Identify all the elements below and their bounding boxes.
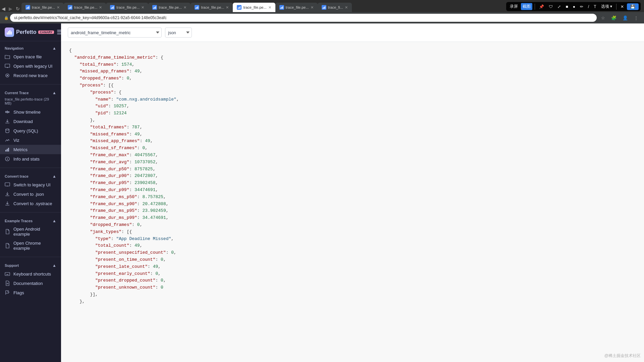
tab-close-1[interactable]: ✕ [57,5,60,10]
metric-selector[interactable]: android_frame_timeline_metricandroid_bat… [68,27,162,38]
browser-tab-8[interactable]: trace_fi... ✕ [318,3,352,12]
file-icon-android [5,229,10,234]
sidebar-label-convert-json: Convert to .json [13,192,44,197]
capture-toolbar: 录屏 截图 📌 🛡 ⤢ ■ ● ✏ / T 选项 ▾ ✕ 💾 [506,2,641,11]
tab-close-7[interactable]: ✕ [311,5,314,10]
back-btn[interactable]: ◀ [0,5,7,12]
doc-icon [5,281,10,286]
support-chevron[interactable]: ▲ [52,263,56,268]
browser-tab-1[interactable]: trace_file.pe... ✕ [21,3,64,12]
tab-favicon-1 [25,5,30,10]
capture-stop-btn[interactable]: ■ [564,4,570,10]
capture-text-btn[interactable]: T [592,4,598,10]
tab-favicon-2 [68,5,72,10]
svg-rect-13 [197,7,197,9]
browser-tab-4[interactable]: trace_file.pe... ✕ [148,3,191,12]
svg-rect-9 [153,8,154,9]
forward-btn[interactable]: ▶ [7,5,14,12]
metrics-icon [5,147,10,152]
tab-close-4[interactable]: ✕ [183,5,186,10]
sidebar-item-chrome-example[interactable]: Open Chrome example [0,239,61,253]
tab-title-2: trace_file.pe... [74,5,97,9]
sidebar-item-query-sql[interactable]: Query (SQL) [0,126,61,135]
sidebar-item-record-trace[interactable]: Record new trace [0,71,61,80]
current-trace-chevron[interactable]: ▲ [52,90,56,95]
tab-title-4: trace_file.pe... [159,5,182,9]
capture-line-btn[interactable]: / [586,4,591,10]
browser-tab-6[interactable]: trace_file.pe... ✕ [233,3,275,12]
hamburger-btn[interactable]: ☰ [57,28,61,36]
sidebar-item-open-trace-file[interactable]: Open trace file [0,52,61,61]
capture-record-btn[interactable]: 录屏 [508,3,520,10]
tab-title-8: trace_fi... [328,5,343,9]
capture-expand-btn[interactable]: ⤢ [556,4,562,10]
capture-pen-btn[interactable]: ✏ [578,4,585,10]
sidebar-item-open-legacy-ui[interactable]: Open with legacy UI [0,61,61,71]
tab-close-2[interactable]: ✕ [99,5,102,10]
sidebar-item-convert-json[interactable]: Convert to .json [0,189,61,199]
sidebar-item-viz[interactable]: Viz [0,135,61,145]
capture-circle-btn[interactable]: ● [571,4,577,10]
switch-icon [5,182,10,187]
support-section-header: Support ▲ [0,261,61,269]
section-support: Support ▲ Keyboard shortcuts Documentati… [0,258,61,300]
format-selector[interactable]: jsontextbinary [165,27,192,38]
svg-rect-16 [239,7,239,9]
extensions-btn[interactable]: 🧩 [609,15,618,21]
browser-tab-7[interactable]: trace_file.pe... ✕ [275,3,318,12]
tab-close-3[interactable]: ✕ [141,5,144,10]
navigation-section-header: Navigation ▲ [0,44,61,52]
svg-point-44 [7,158,8,158]
tab-favicon-6 [237,5,241,10]
capture-close-btn[interactable]: ✕ [619,4,626,10]
svg-rect-17 [240,6,240,9]
example-traces-chevron[interactable]: ▲ [52,219,56,223]
section-convert-trace: Convert trace ▲ Switch to legacy UI Conv… [0,169,61,211]
tab-favicon-4 [152,5,157,10]
sidebar-label-record-trace: Record new trace [13,73,48,78]
capture-screenshot-btn[interactable]: 截图 [521,3,532,10]
tab-favicon-3 [110,5,115,10]
tab-close-5[interactable]: ✕ [226,5,229,10]
capture-save-btn[interactable]: 💾 [627,3,639,10]
svg-rect-34 [6,111,6,113]
svg-rect-5 [71,6,71,9]
tab-close-6[interactable]: ✕ [268,5,271,10]
sidebar-item-metrics[interactable]: Metrics [0,145,61,154]
browser-tab-3[interactable]: trace_file.pe... ✕ [106,3,148,12]
logo-badge: CANARY [38,31,54,34]
svg-rect-6 [111,8,112,9]
svg-rect-2 [29,6,29,9]
sidebar-item-show-timeline[interactable]: Show timeline [0,107,61,117]
svg-rect-11 [155,6,156,9]
sidebar-item-flags[interactable]: Flags [0,288,61,297]
menu-btn[interactable]: ⋮ [632,15,640,21]
flag-icon [5,290,10,295]
sidebar-item-download[interactable]: Download [0,117,61,126]
sidebar-item-switch-legacy[interactable]: Switch to legacy UI [0,180,61,189]
convert-trace-chevron[interactable]: ▲ [52,174,56,179]
convert-json-icon [5,191,10,197]
browser-tab-2[interactable]: trace_file.pe... ✕ [64,3,106,12]
sidebar-label-chrome-example: Open Chrome example [13,241,56,251]
navigation-chevron[interactable]: ▲ [52,46,56,51]
reload-btn[interactable]: ↻ [14,5,21,12]
capture-options-btn[interactable]: 选项 ▾ [599,3,614,10]
sidebar-item-documentation[interactable]: Documentation [0,279,61,288]
profile-btn[interactable]: 👤 [621,15,630,21]
capture-pin-btn[interactable]: 📌 [537,4,546,10]
sidebar-item-keyboard-shortcuts[interactable]: Keyboard shortcuts [0,269,61,279]
sidebar-label-metrics: Metrics [13,147,28,152]
record-icon [5,73,10,78]
bookmark-btn[interactable]: ☆ [599,15,607,21]
tab-close-8[interactable]: ✕ [345,5,348,10]
capture-shield-btn[interactable]: 🛡 [547,4,554,10]
tab-favicon-7 [279,5,284,10]
tab-title-1: trace_file.pe... [32,5,55,9]
sidebar-item-android-example[interactable]: Open Android example [0,225,61,239]
sidebar-item-convert-systrace[interactable]: Convert to .systrace [0,199,61,208]
browser-tab-5[interactable]: trace_file.pe... ✕ [191,3,233,12]
address-bar[interactable] [10,14,597,22]
sidebar-item-info-stats[interactable]: Info and stats [0,154,61,164]
support-section-title: Support [5,263,19,267]
